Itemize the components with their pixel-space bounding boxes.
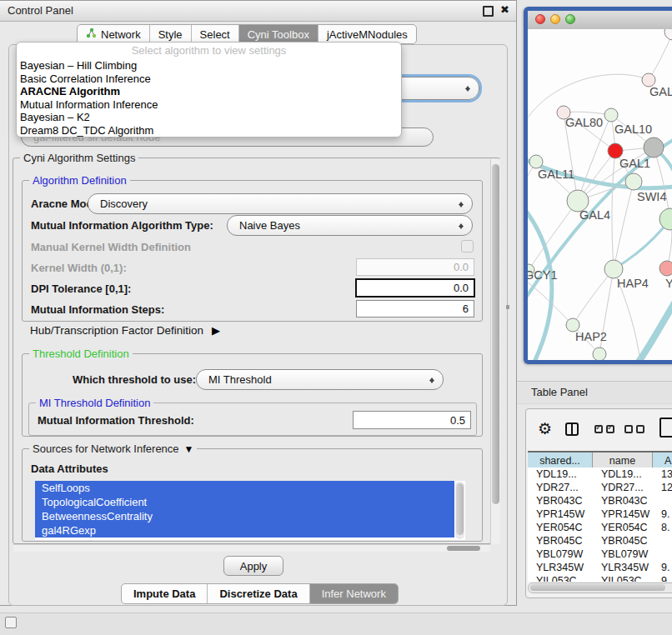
algorithm-selection-popup: Select algorithm to view settings Bayesi… [16,42,402,138]
manual-kernel-checkbox[interactable] [461,240,474,252]
combo-stepper-icon [459,221,464,232]
status-strip [0,612,672,635]
tab-cyni-toolbox[interactable]: Cyni Toolbox [239,25,318,43]
gear-icon[interactable]: ⚙ [538,419,552,438]
mi-threshold-field[interactable] [353,411,471,429]
document-icon[interactable] [659,418,672,438]
table-row[interactable]: YER054C YER054C 8. [528,521,672,534]
list-item[interactable]: gal4RGexp [35,523,454,538]
apply-button[interactable]: Apply [223,556,283,576]
popup-item[interactable]: Basic Correlation Inference [17,72,401,86]
deselect-all-icon [636,425,644,433]
list-item[interactable]: TopologicalCoefficient [35,495,454,509]
network-view-window: GAL GAL80 GAL10 GAL11 GAL1 SWI4 GAL4 GCY… [524,7,672,364]
dpi-tolerance-label: DPI Tolerance [0,1]: [31,282,131,295]
tab-impute-data[interactable]: Impute Data [122,584,208,603]
svg-text:GAL80: GAL80 [565,116,603,129]
hub-definition-toggle[interactable]: Hub/Transcription Factor Definition▶ [30,324,220,337]
control-panel-title: Control Panel [8,4,73,17]
table-body: YDL19... YDL19... 13 YDR27... YDR27... 1… [528,468,672,582]
tab-network[interactable]: Network [78,25,150,43]
tab-jactivemnodules[interactable]: jActiveMNodules [318,25,416,43]
mi-threshold-group: MI Threshold Definition Mutual Informati… [28,402,477,436]
popup-item-selected[interactable]: ARACNE Algorithm [17,85,401,98]
popup-placeholder: Select algorithm to view settings [17,42,401,59]
sources-title[interactable]: Sources for Network Inference▼ [29,442,197,455]
cyni-algorithm-settings-group: Cyni Algorithm Settings Algorithm Defini… [13,158,500,544]
svg-text:HAP4: HAP4 [617,277,649,290]
close-icon[interactable]: ✖ [500,3,509,16]
manual-kernel-label: Manual Kernel Width Definition [31,241,191,253]
mi-steps-field[interactable] [356,300,474,318]
column-header-name[interactable]: name [593,452,653,469]
column-header-next[interactable]: A [653,452,672,469]
svg-text:GAL: GAL [649,85,672,98]
settings-vertical-scrollbar[interactable] [490,159,500,544]
aracne-mode-combobox[interactable]: Discovery [88,193,473,214]
mac-zoom-button[interactable] [565,14,575,24]
table-row[interactable]: YBL079W YBL079W [528,548,672,561]
select-all-icon[interactable] [594,425,603,433]
mi-type-combobox[interactable]: Naive Bayes [227,215,473,236]
table-row[interactable]: YBR043C YBR043C [528,494,672,508]
column-header-shared-name[interactable]: shared... [528,452,593,469]
algorithm-definition-title: Algorithm Definition [29,174,130,187]
table-row[interactable]: YLR345W YLR345W 9. [528,561,672,574]
list-scrollbar[interactable] [455,482,464,539]
select-all-icon [606,425,614,433]
network-window-titlebar [528,11,672,30]
mac-close-button[interactable] [535,14,545,24]
table-toolbar: ⚙ [526,409,672,449]
network-node-green-bright[interactable] [659,208,672,230]
table-row[interactable]: YBR045C YBR045C [528,534,672,548]
table-horizontal-scrollbar[interactable] [528,582,672,593]
mi-threshold-title: MI Threshold Definition [36,397,153,409]
table-row[interactable]: YPR145W YPR145W 9. [528,508,672,521]
panel-splitter-handle[interactable] [506,305,509,309]
table-row[interactable]: YIL053C YIL053C 9. [528,574,672,582]
control-panel-window: Control Panel ✖ Network Style [0,0,517,606]
popup-item[interactable]: Bayesian – K2 [17,111,401,124]
svg-text:HAP2: HAP2 [575,330,607,343]
which-threshold-combobox[interactable]: MI Threshold [196,369,444,390]
mac-minimize-button[interactable] [550,14,560,24]
network-nodes-green[interactable] [528,108,642,360]
network-canvas[interactable]: GAL GAL80 GAL10 GAL11 GAL1 SWI4 GAL4 GCY… [528,29,672,360]
popup-item[interactable]: Bayesian – Hill Climbing [17,59,401,72]
settings-horizontal-scrollbar[interactable] [13,544,490,552]
table-panel: ⚙ shared... name A YDL19... YDL19... 13 … [525,408,672,598]
tab-discretize-data[interactable]: Discretize Data [208,584,309,603]
tab-select[interactable]: Select [192,25,239,43]
dpi-tolerance-field[interactable] [355,278,475,298]
collapsed-panel-icon[interactable] [5,617,17,628]
tab-infer-network[interactable]: Infer Network [310,584,398,603]
table-row[interactable]: YDR27... YDR27... 12 [528,481,672,494]
data-attributes-list[interactable]: SelfLoops TopologicalCoefficient Between… [35,481,465,540]
network-node-salmon[interactable] [659,261,672,276]
float-window-icon[interactable] [483,6,494,17]
control-panel-titlebar: Control Panel ✖ [0,1,516,22]
svg-text:SWI4: SWI4 [637,190,666,203]
collapsed-arrow-icon: ▶ [212,324,220,337]
threshold-definition-group: Threshold Definition Which threshold to … [22,353,483,437]
expanded-arrow-icon: ▼ [184,443,194,455]
table-header: shared... name A [528,451,672,469]
mi-type-label: Mutual Information Algorithm Type: [31,219,213,232]
popup-item[interactable]: Mutual Information Inference [17,98,401,112]
list-item[interactable]: SelfLoops [35,481,454,495]
threshold-definition-title: Threshold Definition [29,348,133,360]
split-panel-icon[interactable] [565,422,579,436]
sources-group: Sources for Network Inference▼ Data Attr… [22,448,483,542]
tab-style[interactable]: Style [150,25,192,43]
deselect-all-icon[interactable] [624,425,633,433]
mi-steps-label: Mutual Information Steps: [31,303,164,316]
network-node-white[interactable] [664,29,672,40]
list-item[interactable]: BetweennessCentrality [35,509,454,523]
combo-stepper-icon [465,83,471,94]
network-node-gray[interactable] [644,138,664,158]
popup-item[interactable]: Dream8 DC_TDC Algorithm [17,124,401,138]
kernel-width-field[interactable] [356,258,474,276]
screen: Control Panel ✖ Network Style [0,0,672,635]
svg-text:GAL11: GAL11 [538,168,574,181]
table-row[interactable]: YDL19... YDL19... 13 [528,468,672,481]
